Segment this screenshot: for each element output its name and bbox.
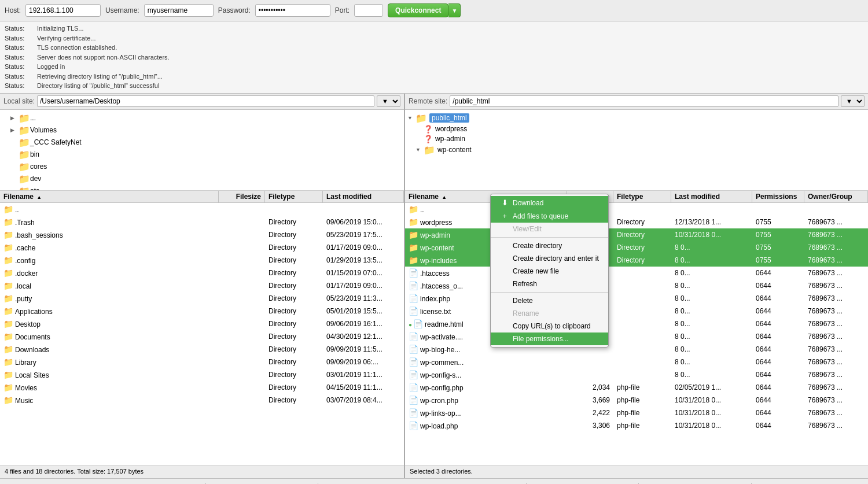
local-file-row[interactable]: 📁Local Sites Directory 03/01/2019 11:1..… <box>0 368 404 381</box>
tree-item-label: wordpress <box>435 125 467 133</box>
tree-item-dotdot[interactable]: ▶ 📁 ... <box>0 112 404 124</box>
local-file-row[interactable]: 📁.cache Directory 01/17/2019 09:0... <box>0 241 404 254</box>
context-menu-download[interactable]: ⬇ Download <box>491 196 608 209</box>
local-site-dropdown[interactable]: ▼ <box>377 95 400 107</box>
remote-file-row[interactable]: 📄wp-commen... 8 0... 0644 7689673 ... <box>405 356 868 368</box>
remote-file-name: 📄wp-load.php <box>405 420 567 431</box>
local-file-row[interactable]: 📁.bash_sessions Directory 05/23/2019 17:… <box>0 228 404 241</box>
local-file-row[interactable]: 📁.docker Directory 01/15/2019 07:0... <box>0 267 404 279</box>
remote-file-row[interactable]: 📄.htaccess 8 0... 0644 7689673 ... <box>405 267 868 279</box>
tree-item-bin[interactable]: 📁 bin <box>0 149 404 161</box>
local-header-lastmod[interactable]: Last modified <box>323 191 404 202</box>
tree-item-wp-admin[interactable]: ❓ wp-admin <box>405 134 868 144</box>
local-file-row[interactable]: 📁.local Directory 01/17/2019 09:0... <box>0 279 404 292</box>
local-file-row[interactable]: 📁.putty Directory 05/23/2019 11:3... <box>0 292 404 305</box>
remote-file-owner: 7689673 ... <box>804 344 868 354</box>
folder-icon: 📁 <box>409 205 418 214</box>
remote-file-size: 2,034 <box>567 382 613 393</box>
password-input[interactable] <box>255 4 330 17</box>
local-file-row[interactable]: 📁.Trash Directory 09/06/2019 15:0... <box>0 216 404 228</box>
folder-icon: 📁 <box>3 205 13 214</box>
context-menu-create-file[interactable]: Create new file <box>491 265 608 278</box>
tree-item-etc[interactable]: 📁 etc <box>0 185 404 191</box>
local-file-modified: 03/07/2019 08:4... <box>323 395 404 405</box>
remote-file-modified: 8 0... <box>671 268 752 278</box>
folder-icon: 📁 <box>3 357 13 367</box>
status-key-3: Status: <box>5 43 34 53</box>
username-input[interactable] <box>144 4 214 17</box>
remote-site-dropdown[interactable]: ▼ <box>841 95 865 107</box>
local-file-row[interactable]: 📁.config Directory 01/29/2019 13:5... <box>0 254 404 267</box>
remote-header-owner[interactable]: Owner/Group <box>804 191 868 202</box>
quickconnect-dropdown-button[interactable]: ▼ <box>448 3 461 17</box>
status-val-5: Logged in <box>37 62 65 72</box>
tree-item-cores[interactable]: 📁 cores <box>0 161 404 173</box>
context-menu-refresh[interactable]: Refresh <box>491 278 608 290</box>
context-menu-delete[interactable]: Delete <box>491 294 608 307</box>
local-site-bar: Local site: ▼ <box>0 94 404 110</box>
remote-file-owner: 7689673 ... <box>804 230 868 240</box>
remote-site-input[interactable] <box>450 95 838 107</box>
local-file-row[interactable]: 📁Library Directory 09/09/2019 06:... <box>0 356 404 368</box>
local-file-row[interactable]: 📁.. <box>0 203 404 216</box>
local-file-row[interactable]: 📁Movies Directory 04/15/2019 11:1... <box>0 381 404 394</box>
local-header-filesize[interactable]: Filesize <box>219 191 265 202</box>
local-header-filename[interactable]: Filename ▲ <box>0 191 219 202</box>
remote-file-row[interactable]: 📄license.txt 8 0... 0644 7689673 ... <box>405 305 868 317</box>
tree-item-label: public_html <box>429 113 469 123</box>
remote-file-row[interactable]: ●📄readme.html 8 0... 0644 7689673 ... <box>405 317 868 330</box>
remote-file-list-header: Filename ▲ Filesize Filetype Last modifi… <box>405 191 868 203</box>
remote-file-row[interactable]: 📁wordpress Directory 12/13/2018 1... 075… <box>405 216 868 228</box>
context-menu-create-dir-enter[interactable]: Create directory and enter it <box>491 252 608 265</box>
remote-file-row[interactable]: 📁wp-includes Directory 8 0... 0755 76896… <box>405 254 868 267</box>
local-file-name: 📁.putty <box>0 293 219 304</box>
local-file-row[interactable]: 📁Downloads Directory 09/09/2019 11:5... <box>0 343 404 356</box>
local-file-size <box>219 234 265 236</box>
local-file-size <box>219 208 265 210</box>
tree-arrow: ▶ <box>10 127 19 133</box>
quickconnect-button[interactable]: Quickconnect <box>388 3 448 17</box>
local-file-row[interactable]: 📁Desktop Directory 09/06/2019 16:1... <box>0 317 404 330</box>
context-menu-add-queue[interactable]: + Add files to queue <box>491 209 608 223</box>
remote-file-row[interactable]: 📁wp-admin Directory 10/31/2018 0... 0755… <box>405 228 868 241</box>
context-menu-file-permissions[interactable]: File permissions... <box>491 332 608 345</box>
folder-icon: 📁 <box>3 230 13 239</box>
tree-item-ccc[interactable]: 📁 _CCC SafetyNet <box>0 136 404 149</box>
folder-icon: 📁 <box>3 268 13 278</box>
remote-header-permissions[interactable]: Permissions <box>752 191 804 202</box>
port-input[interactable] <box>354 4 383 17</box>
tree-item-public-html[interactable]: ▼ 📁 public_html <box>405 112 868 124</box>
remote-file-row[interactable]: 📄.htaccess_o... 8 0... 0644 7689673 ... <box>405 279 868 292</box>
remote-header-filetype[interactable]: Filetype <box>613 191 671 202</box>
remote-file-row[interactable]: 📁wp-content Directory 8 0... 0755 768967… <box>405 241 868 254</box>
context-menu-copy-url[interactable]: Copy URL(s) to clipboard <box>491 320 608 332</box>
file-icon: 📄 <box>409 294 418 303</box>
host-input[interactable] <box>25 4 101 17</box>
local-file-row[interactable]: 📁Documents Directory 04/30/2019 12:1... <box>0 330 404 343</box>
tree-item-wordpress[interactable]: ❓ wordpress <box>405 124 868 134</box>
remote-file-row[interactable]: 📄wp-load.php 3,306 php-file 10/31/2018 0… <box>405 419 868 432</box>
tree-item-dev[interactable]: 📁 dev <box>0 173 404 185</box>
remote-file-row[interactable]: 📄index.php 8 0... 0644 7689673 ... <box>405 292 868 305</box>
remote-file-perms: 0755 <box>752 230 804 240</box>
local-file-row[interactable]: 📁Applications Directory 05/01/2019 15:5.… <box>0 305 404 317</box>
remote-file-row[interactable]: 📄wp-config.php 2,034 php-file 02/05/2019… <box>405 381 868 394</box>
host-label: Host: <box>5 6 21 14</box>
remote-file-modified: 8 0... <box>671 319 752 329</box>
local-site-input[interactable] <box>37 95 374 107</box>
local-header-filetype[interactable]: Filetype <box>265 191 323 202</box>
context-menu-create-dir[interactable]: Create directory <box>491 239 608 252</box>
remote-file-row[interactable]: 📄wp-blog-he... 8 0... 0644 7689673 ... <box>405 343 868 356</box>
remote-file-type: Directory <box>613 242 671 253</box>
remote-file-row[interactable]: 📄wp-config-s... 8 0... 0644 7689673 ... <box>405 368 868 381</box>
local-file-row[interactable]: 📁Music Directory 03/07/2019 08:4... <box>0 394 404 407</box>
local-status-bar: 4 files and 18 directories. Total size: … <box>0 465 404 478</box>
tree-item-wp-content[interactable]: ▼ 📁 wp-content <box>405 144 868 156</box>
remote-file-row[interactable]: 📄wp-links-op... 2,422 php-file 10/31/201… <box>405 407 868 419</box>
remote-file-row[interactable]: 📄wp-activate.... 8 0... 0644 7689673 ... <box>405 330 868 343</box>
tree-item-volumes[interactable]: ▶ 📁 Volumes <box>0 124 404 136</box>
remote-file-row[interactable]: 📄wp-cron.php 3,669 php-file 10/31/2018 0… <box>405 394 868 407</box>
remote-file-row[interactable]: 📁.. <box>405 203 868 216</box>
remote-header-lastmod[interactable]: Last modified <box>671 191 752 202</box>
status-line-5: Status: Logged in <box>5 62 863 72</box>
